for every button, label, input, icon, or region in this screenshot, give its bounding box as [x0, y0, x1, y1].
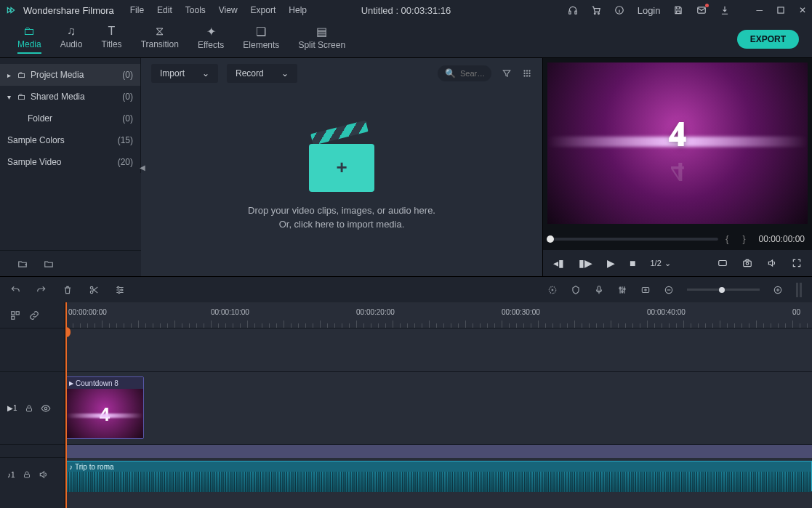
tab-bar: 🗀Media ♫Audio TTitles ⧖Transition ✦Effec…: [0, 20, 812, 58]
svg-rect-35: [12, 316, 15, 319]
undo-icon[interactable]: [10, 285, 20, 295]
split-icon: ▤: [316, 25, 327, 39]
marker-icon[interactable]: [571, 285, 581, 295]
stop-button[interactable]: ■: [630, 257, 635, 269]
folder-icon: 🗀: [23, 25, 35, 38]
tab-elements[interactable]: ❏Elements: [243, 25, 279, 54]
folder-icon[interactable]: [44, 259, 54, 269]
filter-icon[interactable]: [502, 68, 512, 78]
tab-transition[interactable]: ⧖Transition: [141, 25, 179, 54]
playhead[interactable]: [65, 302, 67, 508]
tab-audio[interactable]: ♫Audio: [60, 25, 83, 54]
message-icon[interactable]: [696, 5, 707, 15]
render-icon[interactable]: [547, 285, 558, 295]
preview-viewport[interactable]: 4 4: [547, 63, 808, 224]
app-logo: [6, 5, 16, 15]
save-icon[interactable]: [673, 5, 683, 15]
audio-mixer-icon[interactable]: [617, 285, 627, 295]
audio-track[interactable]: ♪Trip to roma: [65, 458, 812, 494]
lock-icon[interactable]: [25, 404, 33, 413]
maximize-icon[interactable]: [776, 5, 786, 15]
play-pause-button[interactable]: ▮▶: [579, 257, 592, 269]
timeline-ruler[interactable]: 00:00:00:00 00:00:10:00 00:00:20:00 00:0…: [65, 302, 812, 328]
tab-titles[interactable]: TTitles: [101, 25, 121, 54]
eye-icon[interactable]: [41, 403, 51, 414]
sidebar-item-count: (0): [122, 113, 133, 124]
menu-file[interactable]: File: [130, 5, 144, 15]
sparkle-icon: ✦: [206, 25, 216, 39]
search-field[interactable]: [460, 69, 489, 78]
login-link[interactable]: Login: [638, 5, 661, 16]
record-dropdown[interactable]: Record⌄: [227, 64, 297, 83]
svg-rect-1: [575, 11, 576, 14]
menu-edit[interactable]: Edit: [157, 5, 172, 15]
audio-track-icon[interactable]: ♪1: [7, 471, 15, 479]
svg-point-18: [746, 262, 749, 265]
zoom-out-icon[interactable]: [664, 285, 674, 295]
lock-icon[interactable]: [23, 470, 31, 479]
crop-icon[interactable]: [640, 285, 651, 295]
tab-media[interactable]: 🗀Media: [17, 25, 41, 54]
audio-clip[interactable]: ♪Trip to roma: [65, 461, 812, 491]
split-icon[interactable]: [89, 285, 99, 295]
voiceover-icon[interactable]: [594, 285, 604, 295]
export-button[interactable]: EXPORT: [737, 30, 799, 49]
title-bar: Wondershare Filmora File Edit Tools View…: [0, 0, 812, 20]
grid-view-icon[interactable]: [522, 68, 532, 78]
sidebar-item-sample-video[interactable]: Sample Video (20): [0, 151, 140, 173]
tab-effects[interactable]: ✦Effects: [198, 25, 224, 54]
sidebar-item-sample-colors[interactable]: Sample Colors (15): [0, 129, 140, 151]
sidebar-item-label: Sample Video: [7, 157, 62, 167]
audio-track-header: ♪1: [0, 458, 65, 491]
import-dropdown[interactable]: Import⌄: [151, 64, 218, 83]
menu-export[interactable]: Export: [251, 5, 276, 15]
close-icon[interactable]: ✕: [799, 5, 806, 15]
minimize-icon[interactable]: ─: [756, 5, 763, 15]
zoom-slider[interactable]: [687, 289, 760, 291]
in-out-bracket[interactable]: { }: [725, 234, 751, 244]
tab-titles-label: Titles: [101, 39, 121, 49]
cart-icon[interactable]: [591, 5, 601, 15]
sidebar-item-folder[interactable]: Folder (0): [0, 108, 140, 129]
download-icon[interactable]: [720, 5, 730, 15]
search-input[interactable]: 🔍: [438, 65, 491, 81]
preview-zoom-dropdown[interactable]: 1/2⌄: [650, 259, 670, 268]
empty-track[interactable]: [65, 328, 812, 372]
svg-point-22: [121, 289, 122, 290]
info-icon[interactable]: [614, 5, 624, 15]
menu-tools[interactable]: Tools: [185, 5, 206, 15]
timeline-body[interactable]: 00:00:00:00 00:00:10:00 00:00:20:00 00:0…: [65, 302, 812, 508]
adjust-icon[interactable]: [115, 285, 125, 295]
prev-frame-button[interactable]: ◂▮: [553, 257, 564, 269]
new-folder-icon[interactable]: [17, 259, 28, 269]
media-drop-zone[interactable]: + Drop your video clips, images, or audi…: [141, 89, 542, 276]
fullscreen-icon[interactable]: [792, 258, 802, 268]
manage-tracks-icon[interactable]: [10, 310, 20, 320]
snapshot-icon[interactable]: [742, 258, 752, 268]
zoom-in-icon[interactable]: [773, 285, 783, 295]
svg-point-13: [523, 75, 525, 76]
play-button[interactable]: ▶: [607, 257, 615, 269]
sidebar-collapse-handle[interactable]: ◀: [140, 164, 145, 172]
sidebar-item-shared-media[interactable]: ▾🗀Shared Media (0): [0, 86, 140, 108]
svg-point-11: [526, 73, 528, 74]
link-icon[interactable]: [29, 310, 39, 320]
volume-icon[interactable]: [767, 258, 777, 268]
delete-icon[interactable]: [63, 285, 73, 295]
progress-slider[interactable]: [550, 238, 718, 241]
sidebar-item-project-media[interactable]: ▸🗀Project Media (0): [0, 64, 140, 86]
overlay-track[interactable]: [65, 445, 812, 458]
video-clip[interactable]: ▶Countdown 8 4: [65, 376, 144, 439]
speaker-icon[interactable]: [39, 469, 49, 480]
zoom-value: 1/2: [650, 259, 661, 267]
music-icon: ♪: [69, 463, 73, 471]
redo-icon[interactable]: [36, 285, 47, 295]
video-track-icon[interactable]: ▶1: [7, 404, 17, 412]
tab-splitscreen[interactable]: ▤Split Screen: [298, 25, 345, 54]
menu-view[interactable]: View: [219, 5, 238, 15]
menu-help[interactable]: Help: [289, 5, 307, 15]
video-track[interactable]: ▶Countdown 8 4: [65, 372, 812, 445]
headphones-icon[interactable]: [568, 5, 578, 15]
shapes-icon: ❏: [256, 25, 266, 39]
quality-icon[interactable]: [717, 258, 728, 268]
